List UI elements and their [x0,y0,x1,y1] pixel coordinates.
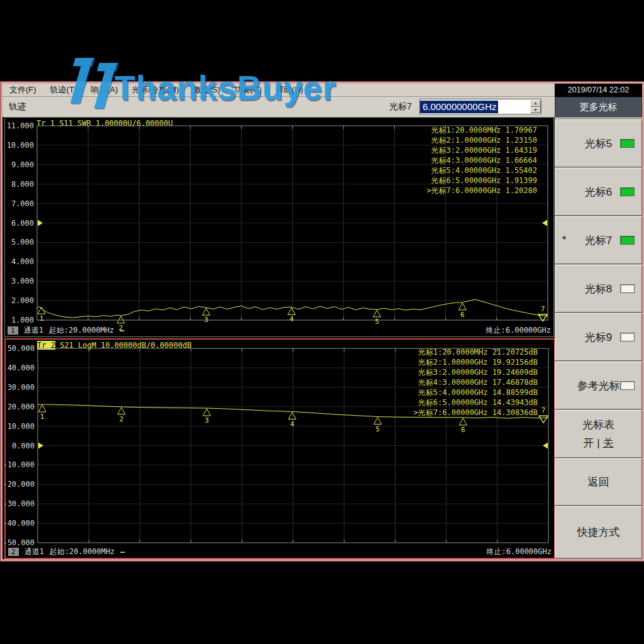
softkey-led-indicator [620,284,635,293]
softkey-label: 光标8 [585,282,612,296]
softkey-快捷方式[interactable]: 快捷方式 [555,506,642,558]
y-axis-tick-label: 11.000 [7,121,34,130]
softkey-光标6[interactable]: 光标6 [555,168,642,216]
menu-bar: 文件(F)轨迹(T)响应(A)光标/分析(M)激励(S)功能(U)帮助(H) [3,84,555,97]
softkey-参考光标[interactable]: 参考光标 [555,362,642,409]
trace-toolbar-label[interactable]: 轨迹 [9,101,26,113]
y-axis-tick-label: 5.000 [11,238,34,247]
plot2-marker-readouts: 光标1:20.0000MHz 21.20725dB 光标2:1.00000GHz… [414,347,538,418]
y-axis-tick-label: 20.000 [8,402,35,411]
marker-readout-line: 光标5:4.00000GHz 1.55402 [426,165,537,175]
y-axis-tick-label: -40.000 [3,519,35,528]
menu-item[interactable]: 功能(U) [227,84,269,96]
y-axis-tick-label: 30.000 [8,383,35,392]
channel-label: 通道1 [25,547,44,557]
y-axis-tick-label: -10.000 [3,460,35,469]
y-axis-tick-label: 9.000 [11,160,34,169]
softkey-label: 快捷方式 [577,525,620,540]
trace-color-legend: — [120,548,125,557]
y-axis-tick-label: -50.000 [3,538,35,547]
softkey-光标9[interactable]: 光标9 [555,313,642,361]
marker-frequency-input[interactable]: 6.000000000GHz ▲ ▼ [419,99,541,114]
softkey-label: 光标9 [585,330,612,345]
plot1-marker-readouts: 光标1:20.0000MHz 1.70967 光标2:1.00000GHz 1.… [426,125,537,196]
softkey-label: 光标5 [585,136,612,151]
svg-text:4: 4 [289,315,294,323]
marker-entry-label: 光标7 [389,101,412,113]
marker-readout-line: >光标7:6.00000GHz 1.20280 [426,186,537,196]
softkey-toggle-state: 开 | 关 [584,436,614,450]
svg-text:5: 5 [375,318,379,326]
softkey-menu-title: 更多光标 [555,97,642,117]
spinner-down-button[interactable]: ▼ [530,107,541,114]
softkey-光标5[interactable]: 光标5 [555,119,642,167]
channel-badge: 2 [8,548,19,556]
stop-frequency-label: 终止:6.00000GHz [486,325,551,336]
y-axis-tick-label: -30.000 [3,499,35,508]
menu-item[interactable]: 光标/分析(M) [125,84,186,96]
datetime-label: 2019/07/14 22:02 [555,84,642,96]
softkey-光标8[interactable]: 光标8 [555,265,642,313]
softkey-label: 光标6 [585,185,612,199]
menu-item[interactable]: 轨迹(T) [43,84,84,96]
marker-readout-line: 光标1:20.0000MHz 1.70967 [426,125,537,135]
menu-item[interactable]: 响应(A) [84,84,125,96]
plot2-y-axis: 50.00040.00030.00020.00010.0000.000-10.0… [6,340,36,558]
instrument-screen: Tr 1 S11 SWR 1.00000U/6.00000U 11.00010.… [3,117,555,559]
softkey-led-indicator [620,139,635,148]
spinner-up-button[interactable]: ▲ [530,100,541,107]
y-axis-tick-label: 8.000 [11,180,34,189]
menu-item[interactable]: 帮助(H) [269,84,310,96]
softkey-光标7[interactable]: *光标7 [555,216,642,264]
svg-text:3: 3 [204,316,209,324]
plot1-status-bar: 1 通道1 起始:20.0000MHz — 终止:6.00000GHz [8,326,551,335]
svg-text:4: 4 [290,420,294,428]
plot2-status-bar: 2 通道1 起始:20.0000MHz — 终止:6.00000GHz [8,547,552,557]
screenshot-canvas: ThanksBuyer 文件(F)轨迹(T)响应(A)光标/分析(M)激励(S)… [0,0,644,644]
softkey-label: 返回 [588,475,609,489]
watermark-logo-icon [97,63,118,71]
frequency-spinner: ▲ ▼ [530,100,541,113]
y-axis-tick-label: 0.000 [12,441,35,450]
svg-text:6: 6 [460,311,465,319]
svg-text:1: 1 [40,413,45,421]
toolbar: 轨迹 光标7 6.000000000GHz ▲ ▼ [3,97,555,118]
trace-color-legend: — [119,326,124,335]
channel-label: 通道1 [24,325,43,336]
stop-frequency-label: 终止:6.00000GHz [487,547,552,557]
y-axis-tick-label: 2.000 [11,296,34,305]
channel-badge: 1 [8,326,18,335]
plot-window-1[interactable]: Tr 1 S11 SWR 1.00000U/6.00000U 11.00010.… [4,117,554,337]
softkey-光标表[interactable]: 光标表开 | 关 [555,410,642,458]
softkey-label: 参考光标 [577,379,620,393]
plot-window-2[interactable]: Tr 2 S21 LogM 10.00000dB/0.00000dB 50.00… [4,338,555,559]
softkey-返回[interactable]: 返回 [555,458,642,506]
svg-text:6: 6 [461,426,465,434]
marker-readout-line: 光标2:1.00000GHz 19.92156dB [414,357,538,367]
softkey-led-indicator [620,236,635,245]
y-axis-tick-label: 3.000 [11,277,34,286]
y-axis-tick-label: 1.000 [11,316,34,325]
softkey-led-indicator [620,187,635,196]
active-softkey-star: * [562,235,566,246]
marker-frequency-value: 6.000000000GHz [420,101,498,113]
menu-item[interactable]: 文件(F) [3,84,43,96]
y-axis-tick-label: 4.000 [11,257,34,266]
menu-item[interactable]: 激励(S) [186,84,227,96]
svg-text:7: 7 [541,305,545,313]
start-frequency-label: 起始:20.0000MHz [50,547,114,557]
plot1-y-axis: 11.00010.0009.0008.0007.0006.0005.0004.0… [5,118,35,336]
y-axis-tick-label: 10.000 [7,141,34,150]
softkey-led-indicator [620,381,635,390]
watermark-logo-icon [73,58,94,66]
marker-readout-line: 光标6:5.00000GHz 1.91399 [426,175,537,186]
softkey-panel: 光标5光标6*光标7光标8光标9参考光标光标表开 | 关返回快捷方式 [555,117,642,559]
marker-readout-line: 光标4:3.00000GHz 17.46878dB [414,377,538,387]
marker-readout-line: >光标7:6.00000GHz 14.30836dB [414,408,538,418]
marker-readout-line: 光标1:20.0000MHz 21.20725dB [414,347,538,357]
svg-text:1: 1 [40,314,44,323]
softkey-label: 光标表 [582,418,614,432]
marker-readout-line: 光标3:2.00000GHz 19.24609dB [414,367,538,377]
y-axis-tick-label: 6.000 [11,219,34,228]
softkey-label: 光标7 [585,233,612,248]
